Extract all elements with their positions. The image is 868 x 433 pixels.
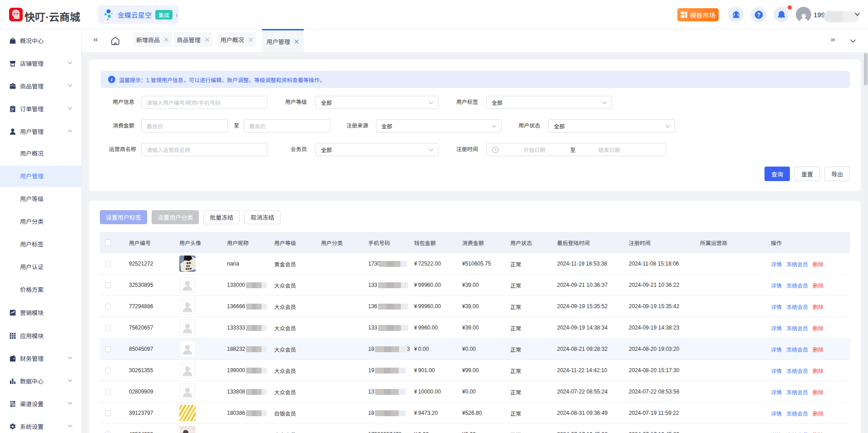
svg-text:?: ? xyxy=(757,11,760,18)
